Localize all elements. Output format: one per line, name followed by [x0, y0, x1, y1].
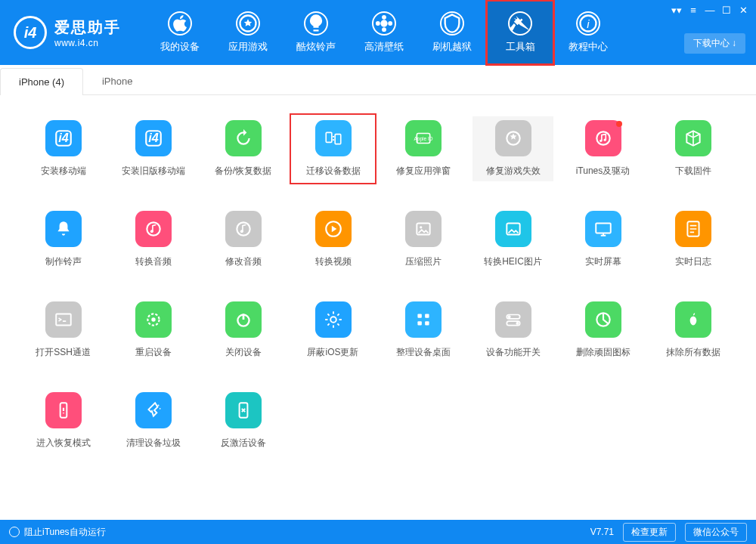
- recovery-icon: [45, 392, 82, 428]
- tool-24[interactable]: 进入恢复模式: [23, 388, 104, 453]
- tool-label: 备份/恢复数据: [215, 165, 271, 178]
- nav-icon: [168, 11, 192, 36]
- tool-4[interactable]: Apple ID修复应用弹窗: [383, 116, 463, 181]
- svg-point-42: [516, 322, 519, 325]
- nav-icon: [372, 11, 396, 36]
- clean-icon: [135, 392, 172, 428]
- main-nav: 我的设备应用游戏酷炫铃声高清壁纸刷机越狱工具箱i教程中心: [146, 0, 622, 65]
- tool-18[interactable]: 关闭设备: [203, 298, 284, 363]
- nav-1[interactable]: 应用游戏: [214, 0, 282, 65]
- svg-point-34: [330, 317, 336, 323]
- tool-11[interactable]: 转换视频: [293, 207, 373, 272]
- deactivate-icon: [225, 392, 262, 428]
- tool-9[interactable]: 转换音频: [113, 207, 194, 272]
- tool-7[interactable]: 下载固件: [652, 116, 733, 181]
- tool-15[interactable]: 实时日志: [652, 207, 733, 272]
- tool-label: 删除顽固图标: [576, 346, 631, 359]
- svg-rect-35: [417, 314, 421, 317]
- check-update-button[interactable]: 检查更新: [623, 523, 676, 542]
- close-button[interactable]: ✕: [735, 3, 751, 17]
- shirt-icon[interactable]: ▾▾: [668, 3, 685, 17]
- nav-3[interactable]: 高清壁纸: [350, 0, 418, 65]
- power-icon: [225, 301, 262, 338]
- svg-point-4: [376, 21, 380, 26]
- tool-21[interactable]: 设备功能开关: [472, 298, 553, 363]
- tool-10[interactable]: 修改音频: [203, 207, 284, 272]
- tool-25[interactable]: 清理设备垃圾: [113, 388, 194, 453]
- svg-point-18: [600, 140, 602, 142]
- audio-edit-icon: [225, 211, 262, 247]
- nav-label: 刷机越狱: [432, 40, 472, 54]
- tool-22[interactable]: 删除顽固图标: [562, 298, 643, 363]
- svg-point-20: [147, 222, 160, 235]
- svg-point-2: [382, 15, 386, 20]
- svg-rect-36: [425, 314, 429, 317]
- tool-16[interactable]: 打开SSH通道: [23, 298, 104, 363]
- tool-20[interactable]: 整理设备桌面: [383, 298, 463, 363]
- itunes-icon: [585, 120, 621, 156]
- logo-icon: i4: [14, 16, 47, 49]
- device-tabs: iPhone (4)iPhone: [0, 65, 756, 95]
- svg-point-3: [382, 27, 386, 32]
- nav-2[interactable]: 酷炫铃声: [282, 0, 350, 65]
- svg-point-19: [603, 139, 606, 141]
- tab-1[interactable]: iPhone: [83, 67, 151, 94]
- wechat-button[interactable]: 微信公众号: [685, 523, 747, 542]
- tool-8[interactable]: 制作铃声: [23, 207, 104, 272]
- tool-3[interactable]: 迁移设备数据: [293, 116, 373, 181]
- restart-icon: [135, 301, 172, 338]
- nav-0[interactable]: 我的设备: [146, 0, 214, 65]
- nav-icon: [236, 11, 260, 36]
- tool-0[interactable]: i4安装移动端: [23, 116, 104, 181]
- nav-4[interactable]: 刷机越狱: [418, 0, 486, 65]
- tool-label: 实时屏幕: [585, 255, 621, 268]
- tool-label: 修复应用弹窗: [396, 165, 451, 178]
- tab-0[interactable]: iPhone (4): [0, 68, 83, 95]
- logo[interactable]: i4 爱思助手 www.i4.cn: [0, 0, 135, 65]
- tool-2[interactable]: 备份/恢复数据: [203, 116, 284, 181]
- tool-label: 迁移设备数据: [306, 165, 361, 178]
- nav-label: 酷炫铃声: [296, 40, 336, 54]
- restore-icon: [225, 120, 262, 156]
- nav-label: 工具箱: [506, 40, 535, 54]
- apple-icon: [675, 301, 711, 338]
- screen-icon: [585, 211, 621, 247]
- block-itunes-toggle[interactable]: 阻止iTunes自动运行: [9, 526, 106, 539]
- menu-icon[interactable]: ≡: [685, 3, 702, 17]
- tool-label: 压缩照片: [405, 255, 442, 268]
- tool-19[interactable]: 屏蔽iOS更新: [293, 298, 373, 363]
- tool-12[interactable]: 压缩照片: [383, 207, 463, 272]
- svg-text:i: i: [587, 17, 590, 30]
- tool-label: 重启设备: [135, 346, 172, 359]
- tool-14[interactable]: 实时屏幕: [562, 207, 643, 272]
- tool-23[interactable]: 抹除所有数据: [652, 298, 733, 363]
- tool-label: 实时日志: [675, 255, 711, 268]
- tool-label: 安装旧版移动端: [122, 165, 185, 178]
- nav-6[interactable]: i教程中心: [554, 0, 622, 65]
- tool-label: 制作铃声: [45, 255, 82, 268]
- tool-17[interactable]: 重启设备: [113, 298, 194, 363]
- tool-label: 关闭设备: [225, 346, 262, 359]
- tool-1[interactable]: i4安装旧版移动端: [113, 116, 194, 181]
- tool-label: 安装移动端: [41, 165, 86, 178]
- tool-label: 进入恢复模式: [36, 437, 91, 450]
- svg-point-22: [237, 222, 249, 235]
- nav-5[interactable]: 工具箱: [486, 0, 554, 65]
- footer: 阻止iTunes自动运行 V7.71 检查更新 微信公众号: [0, 520, 756, 544]
- tool-label: 转换HEIC图片: [484, 255, 542, 268]
- pie-icon: [585, 301, 621, 338]
- gear-icon: [315, 301, 352, 338]
- maximize-button[interactable]: ☐: [718, 3, 735, 17]
- tool-13[interactable]: 转换HEIC图片: [472, 207, 553, 272]
- tool-5[interactable]: 修复游戏失效: [472, 116, 553, 181]
- download-center-button[interactable]: 下载中心 ↓: [684, 33, 745, 54]
- nav-icon: [304, 11, 328, 36]
- svg-point-32: [151, 317, 155, 321]
- tool-label: 设备功能开关: [486, 346, 541, 359]
- tool-26[interactable]: 反激活设备: [203, 388, 284, 453]
- svg-point-40: [507, 315, 510, 318]
- header: i4 爱思助手 www.i4.cn 我的设备应用游戏酷炫铃声高清壁纸刷机越狱工具…: [0, 0, 756, 65]
- audio-icon: [135, 211, 172, 247]
- tool-6[interactable]: iTunes及驱动: [562, 116, 643, 181]
- minimize-button[interactable]: —: [702, 3, 718, 17]
